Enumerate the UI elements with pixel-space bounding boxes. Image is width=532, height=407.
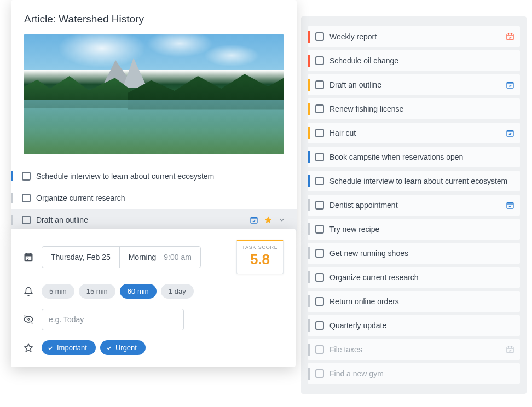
calendar-icon — [506, 129, 514, 137]
task-checkbox[interactable] — [315, 225, 324, 234]
task-checkbox[interactable] — [22, 216, 31, 224]
tag-pill[interactable]: Important — [42, 340, 96, 355]
star-icon — [23, 343, 34, 353]
priority-accent — [308, 79, 310, 91]
task-checkbox[interactable] — [315, 177, 324, 185]
reminder-pill[interactable]: 15 min — [79, 284, 115, 299]
svg-rect-9 — [26, 253, 27, 254]
reminder-options: 5 min15 min60 min1 day — [42, 284, 194, 299]
calendar-icon — [506, 32, 514, 41]
calendar-icon[interactable] — [250, 216, 258, 224]
priority-accent — [308, 368, 310, 380]
task-row[interactable]: Return online orders — [308, 291, 520, 312]
svg-rect-8 — [25, 254, 32, 256]
task-checkbox[interactable] — [315, 56, 324, 65]
task-row[interactable]: File taxes — [308, 339, 520, 360]
priority-accent — [308, 223, 310, 235]
priority-accent — [308, 295, 310, 307]
task-label: Weekly report — [329, 32, 501, 42]
chevron-down-icon[interactable] — [278, 216, 286, 224]
hide-input[interactable]: e.g. Today — [42, 309, 184, 330]
task-row[interactable]: Get new running shoes — [308, 243, 520, 264]
task-row[interactable]: Book campsite when reservations open — [308, 147, 520, 167]
priority-accent — [308, 127, 310, 139]
task-label: Organize current research — [329, 272, 514, 282]
task-checkbox[interactable] — [315, 321, 324, 330]
task-label: Get new running shoes — [329, 248, 514, 258]
task-row[interactable]: Weekly report — [308, 26, 520, 47]
task-checkbox[interactable] — [315, 80, 324, 89]
svg-marker-6 — [264, 217, 271, 224]
article-title: Article: Watershed History — [24, 13, 284, 25]
task-row[interactable]: Quarterly update — [308, 315, 520, 336]
task-label: Dentist appointment — [329, 200, 501, 210]
task-label: Draft an outline — [36, 215, 250, 225]
score-label: TASK SCORE — [239, 245, 281, 250]
priority-accent — [308, 271, 310, 283]
priority-accent — [308, 319, 310, 332]
priority-accent — [308, 344, 310, 356]
priority-accent — [308, 151, 310, 163]
calendar-icon — [506, 345, 514, 354]
task-row[interactable]: Find a new gym — [308, 363, 520, 384]
task-row[interactable]: Schedule interview to learn about curren… — [308, 171, 520, 191]
article-task-row[interactable]: Draft an outline — [11, 209, 297, 231]
task-row[interactable]: Schedule oil change — [308, 50, 520, 71]
date-picker[interactable]: Thursday, Feb 25 Morning 9:00 am — [42, 246, 201, 268]
task-row[interactable]: Hair cut — [308, 123, 520, 143]
task-checkbox[interactable] — [22, 194, 31, 202]
bell-icon — [23, 287, 34, 296]
task-row[interactable]: Renew fishing license — [308, 98, 520, 119]
calendar-icon — [23, 252, 34, 262]
task-checkbox[interactable] — [315, 104, 324, 113]
task-label: Organize current research — [36, 193, 286, 203]
score-value: 5.8 — [239, 251, 281, 268]
date-value[interactable]: Thursday, Feb 25 — [42, 247, 120, 268]
task-checkbox[interactable] — [315, 129, 324, 137]
task-label: Book campsite when reservations open — [329, 152, 514, 162]
article-task-row[interactable]: Schedule interview to learn about curren… — [11, 165, 297, 187]
priority-accent — [11, 171, 13, 181]
task-row[interactable]: Dentist appointment — [308, 195, 520, 216]
task-label: Hair cut — [329, 128, 501, 138]
svg-rect-4 — [507, 347, 513, 353]
task-checkbox[interactable] — [315, 153, 324, 161]
reminder-pill[interactable]: 1 day — [161, 284, 194, 299]
priority-accent — [308, 103, 310, 115]
task-row[interactable]: Try new recipe — [308, 219, 520, 240]
task-checkbox[interactable] — [315, 345, 324, 354]
task-checkbox[interactable] — [315, 297, 324, 306]
priority-accent — [308, 199, 310, 211]
reminder-pill[interactable]: 60 min — [120, 284, 157, 299]
priority-accent — [308, 55, 310, 67]
task-checkbox[interactable] — [315, 32, 324, 41]
task-row[interactable]: Organize current research — [308, 267, 520, 288]
svg-rect-5 — [251, 218, 257, 224]
task-row[interactable]: Draft an outline — [308, 74, 520, 95]
svg-rect-1 — [507, 82, 513, 88]
article-task-list: Schedule interview to learn about curren… — [11, 165, 297, 231]
eye-off-icon — [23, 314, 34, 325]
priority-accent — [308, 247, 310, 259]
reminder-pill[interactable]: 5 min — [42, 284, 74, 299]
svg-rect-2 — [507, 130, 513, 136]
task-label: File taxes — [329, 345, 501, 354]
priority-accent — [308, 31, 310, 43]
task-checkbox[interactable] — [315, 201, 324, 210]
task-label: Find a new gym — [329, 369, 514, 379]
calendar-icon — [506, 80, 514, 89]
period-time[interactable]: Morning 9:00 am — [120, 247, 200, 268]
task-label: Schedule interview to learn about curren… — [36, 171, 286, 181]
task-checkbox[interactable] — [22, 172, 31, 181]
task-checkbox[interactable] — [315, 249, 324, 258]
tag-group: ImportantUrgent — [42, 340, 146, 355]
tag-pill[interactable]: Urgent — [100, 340, 146, 355]
svg-rect-10 — [30, 253, 31, 254]
article-card: Article: Watershed History Schedule inte… — [11, 0, 297, 231]
article-task-row[interactable]: Organize current research — [11, 187, 297, 209]
task-checkbox[interactable] — [315, 369, 324, 378]
task-checkbox[interactable] — [315, 273, 324, 282]
period-label: Morning — [129, 253, 157, 261]
task-label: Try new recipe — [329, 224, 514, 234]
star-filled-icon[interactable] — [264, 216, 273, 224]
